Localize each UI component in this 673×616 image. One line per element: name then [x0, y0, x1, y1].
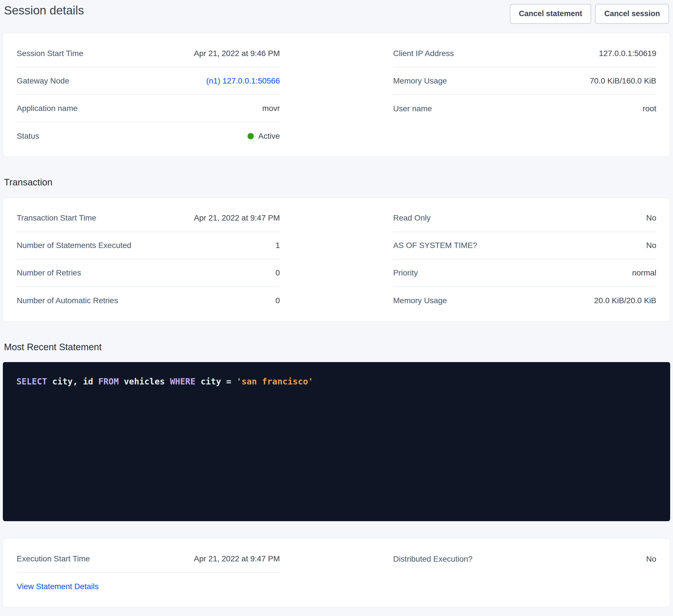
transaction-card: Transaction Start Time Apr 21, 2022 at 9… [3, 198, 670, 322]
session-summary-left-column: Session Start Time Apr 21, 2022 at 9:46 … [17, 40, 280, 150]
most-recent-statement-heading: Most Recent Statement [4, 341, 669, 353]
user-name-row: User name root [393, 95, 656, 122]
session-summary-right-column: Client IP Address 127.0.0.1:50619 Memory… [393, 40, 656, 122]
sql-token: 'san francisco' [236, 376, 313, 386]
execution-start-time-row: Execution Start Time Apr 21, 2022 at 9:4… [17, 545, 280, 573]
client-ip-row: Client IP Address 127.0.0.1:50619 [393, 40, 656, 67]
application-name-row: Application name movr [17, 95, 280, 122]
client-ip-label: Client IP Address [393, 49, 454, 58]
statements-executed-label: Number of Statements Executed [17, 241, 132, 250]
session-start-time-value: Apr 21, 2022 at 9:46 PM [194, 49, 280, 58]
sql-token: WHERE [170, 376, 195, 386]
session-start-time-label: Session Start Time [17, 49, 83, 58]
page-header: Session details Cancel statement Cancel … [3, 0, 670, 28]
automatic-retries-row: Number of Automatic Retries 0 [17, 287, 280, 315]
retries-value: 0 [275, 268, 280, 277]
automatic-retries-value: 0 [275, 296, 280, 305]
session-memory-usage-row: Memory Usage 70.0 KiB/160.0 KiB [393, 67, 656, 95]
application-name-label: Application name [17, 104, 77, 113]
session-start-time-row: Session Start Time Apr 21, 2022 at 9:46 … [17, 40, 280, 67]
transaction-start-time-value: Apr 21, 2022 at 9:47 PM [194, 214, 280, 223]
execution-start-time-value: Apr 21, 2022 at 9:47 PM [194, 554, 280, 563]
gateway-node-link[interactable]: (n1) 127.0.0.1:50566 [206, 76, 280, 85]
sql-token: city = [195, 376, 236, 386]
read-only-value: No [646, 214, 656, 223]
status-badge: Active [248, 131, 280, 141]
status-text: Active [258, 131, 280, 141]
as-of-system-time-value: No [646, 241, 656, 250]
user-name-value: root [643, 104, 656, 113]
cancel-statement-button[interactable]: Cancel statement [510, 4, 592, 24]
execution-card: Execution Start Time Apr 21, 2022 at 9:4… [3, 538, 670, 607]
distributed-execution-value: No [646, 555, 656, 564]
client-ip-value: 127.0.0.1:50619 [599, 49, 656, 58]
sql-statement-box: SELECT city, id FROM vehicles WHERE city… [3, 362, 670, 521]
read-only-row: Read Only No [393, 205, 656, 232]
sql-token: city, id [47, 376, 98, 386]
execution-left-column: Execution Start Time Apr 21, 2022 at 9:4… [17, 545, 280, 600]
statements-executed-value: 1 [275, 241, 280, 250]
session-details-page: Session details Cancel statement Cancel … [0, 0, 673, 607]
automatic-retries-label: Number of Automatic Retries [17, 296, 118, 305]
execution-start-time-label: Execution Start Time [17, 554, 90, 563]
view-statement-details-row: View Statement Details [17, 573, 280, 600]
page-title: Session details [4, 4, 84, 17]
statements-executed-row: Number of Statements Executed 1 [17, 232, 280, 260]
transaction-start-time-row: Transaction Start Time Apr 21, 2022 at 9… [17, 205, 280, 232]
retries-row: Number of Retries 0 [17, 260, 280, 287]
gateway-node-label: Gateway Node [17, 76, 69, 85]
session-summary-card: Session Start Time Apr 21, 2022 at 9:46 … [3, 33, 670, 157]
status-active-dot-icon [248, 133, 254, 139]
sql-token: SELECT [16, 376, 47, 386]
transaction-left-column: Transaction Start Time Apr 21, 2022 at 9… [17, 205, 280, 315]
transaction-right-column: Read Only No AS OF SYSTEM TIME? No Prior… [393, 205, 656, 315]
sql-token: FROM [98, 376, 119, 386]
transaction-memory-usage-value: 20.0 KiB/20.0 KiB [594, 296, 656, 305]
session-memory-usage-label: Memory Usage [393, 76, 447, 85]
execution-right-column: Distributed Execution? No [393, 545, 656, 573]
cancel-session-button[interactable]: Cancel session [595, 4, 669, 24]
distributed-execution-label: Distributed Execution? [393, 555, 472, 564]
as-of-system-time-label: AS OF SYSTEM TIME? [393, 241, 477, 250]
priority-row: Priority normal [393, 260, 656, 287]
read-only-label: Read Only [393, 214, 431, 223]
user-name-label: User name [393, 104, 432, 113]
distributed-execution-row: Distributed Execution? No [393, 545, 656, 573]
sql-token: vehicles [119, 376, 170, 386]
status-row: Status Active [17, 122, 280, 150]
status-label: Status [17, 131, 39, 141]
transaction-memory-usage-label: Memory Usage [393, 296, 447, 305]
priority-value: normal [632, 268, 656, 277]
header-buttons: Cancel statement Cancel session [510, 4, 669, 24]
gateway-node-row: Gateway Node (n1) 127.0.0.1:50566 [17, 67, 280, 95]
session-memory-usage-value: 70.0 KiB/160.0 KiB [590, 76, 656, 85]
application-name-value: movr [262, 104, 280, 113]
view-statement-details-link[interactable]: View Statement Details [17, 582, 98, 591]
priority-label: Priority [393, 268, 418, 277]
transaction-section-heading: Transaction [4, 177, 669, 188]
retries-label: Number of Retries [17, 268, 81, 277]
as-of-system-time-row: AS OF SYSTEM TIME? No [393, 232, 656, 260]
transaction-memory-usage-row: Memory Usage 20.0 KiB/20.0 KiB [393, 287, 656, 315]
transaction-start-time-label: Transaction Start Time [17, 214, 96, 223]
